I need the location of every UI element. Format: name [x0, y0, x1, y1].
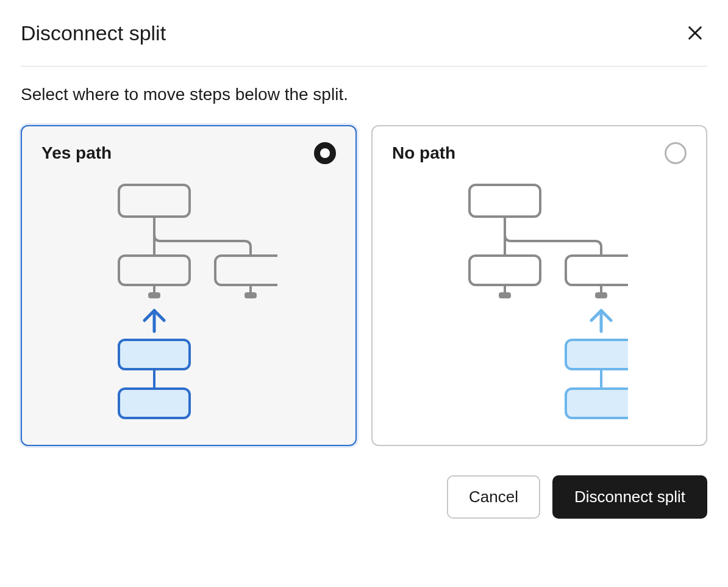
- svg-rect-11: [119, 340, 190, 369]
- svg-rect-17: [566, 256, 628, 285]
- svg-rect-19: [499, 292, 511, 298]
- yes-path-diagram: [41, 179, 336, 423]
- svg-rect-2: [119, 185, 190, 217]
- close-button[interactable]: [683, 21, 707, 45]
- svg-rect-4: [119, 256, 190, 285]
- flowchart-no-icon: [451, 179, 628, 423]
- svg-rect-21: [595, 292, 607, 298]
- confirm-button[interactable]: Disconnect split: [552, 475, 707, 519]
- option-yes-label: Yes path: [41, 143, 112, 163]
- option-no-label: No path: [392, 143, 455, 163]
- dialog-header: Disconnect split: [21, 21, 707, 67]
- radio-no[interactable]: [665, 142, 687, 164]
- option-header: Yes path: [41, 142, 336, 164]
- radio-yes[interactable]: [314, 142, 336, 164]
- path-options: Yes path: [21, 125, 707, 446]
- svg-rect-23: [566, 340, 628, 369]
- flowchart-yes-icon: [101, 179, 277, 423]
- svg-rect-7: [148, 292, 160, 298]
- svg-rect-14: [469, 185, 540, 217]
- dialog-instruction: Select where to move steps below the spl…: [21, 85, 707, 104]
- svg-rect-5: [215, 256, 277, 285]
- dialog-footer: Cancel Disconnect split: [21, 475, 707, 519]
- option-no-path[interactable]: No path: [371, 125, 707, 446]
- no-path-diagram: [392, 179, 687, 423]
- svg-rect-16: [469, 256, 540, 285]
- svg-rect-25: [566, 389, 628, 418]
- svg-rect-13: [119, 389, 190, 418]
- option-yes-path[interactable]: Yes path: [21, 125, 357, 446]
- dialog-title: Disconnect split: [21, 21, 166, 45]
- cancel-button[interactable]: Cancel: [447, 475, 540, 519]
- svg-rect-9: [244, 292, 257, 298]
- close-icon: [687, 24, 704, 41]
- option-header: No path: [392, 142, 687, 164]
